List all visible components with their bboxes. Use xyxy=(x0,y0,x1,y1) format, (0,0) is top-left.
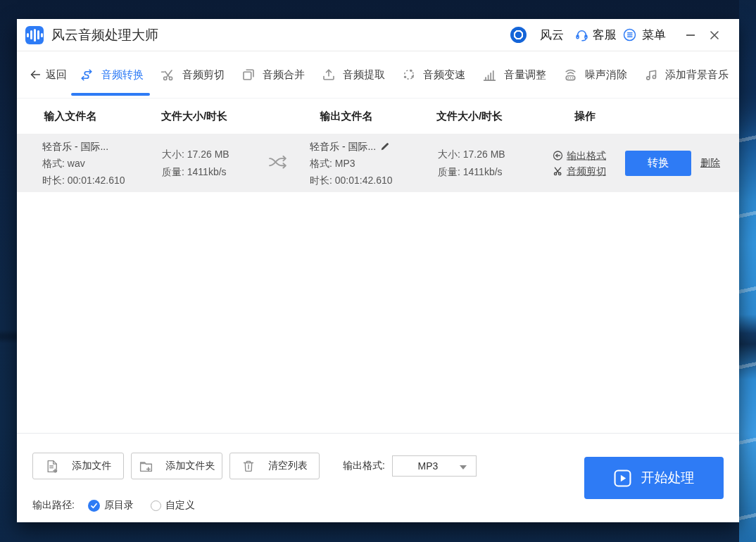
menu-button[interactable]: 菜单 xyxy=(622,27,666,43)
wallpaper-light-beams xyxy=(739,0,756,542)
play-icon xyxy=(614,469,631,487)
output-file-duration: 时长: 00:01:42.610 xyxy=(310,172,393,189)
tab-noise-removal[interactable]: 噪声消除 xyxy=(563,51,627,98)
output-format-icon xyxy=(553,150,563,160)
close-button[interactable] xyxy=(707,27,722,43)
edit-pencil-icon[interactable] xyxy=(380,141,390,151)
output-file-name: 轻音乐 - 国际... xyxy=(310,138,376,155)
list-header: 输入文件名 文件大小/时长 输出文件名 文件大小/时长 操作 xyxy=(17,99,739,134)
output-format-label: 输出格式: xyxy=(343,460,385,472)
menu-label: 菜单 xyxy=(642,27,666,43)
convert-icon xyxy=(79,68,94,82)
dropdown-arrow-icon xyxy=(460,465,467,469)
audio-cut-link[interactable]: 音频剪切 xyxy=(553,165,606,176)
scissors-icon xyxy=(160,68,175,82)
brand-logo-icon xyxy=(510,27,527,43)
input-file-duration: 时长: 00:01:42.610 xyxy=(42,172,125,189)
tab-audio-extract[interactable]: 音频提取 xyxy=(322,51,385,98)
input-file-size: 大小: 17.26 MB xyxy=(162,146,229,163)
support-button[interactable]: 客服 xyxy=(574,27,617,43)
radio-original-dir[interactable] xyxy=(88,500,100,512)
headset-icon xyxy=(574,27,589,42)
input-file-cell: 轻音乐 - 国际... 格式: wav 时长: 00:01:42.610 xyxy=(42,138,125,189)
volume-bars-icon xyxy=(482,68,497,82)
header-output-size: 文件大小/时长 xyxy=(436,110,503,123)
shuffle-icon xyxy=(268,154,289,172)
output-file-bitrate: 质量: 1411kb/s xyxy=(438,163,505,181)
extract-icon xyxy=(322,68,336,82)
radio-original-dir-label: 原目录 xyxy=(104,499,134,512)
tab-audio-speed[interactable]: 音频变速 xyxy=(402,51,465,98)
tab-audio-cut[interactable]: 音频剪切 xyxy=(160,51,225,98)
add-file-button[interactable]: 添加文件 xyxy=(32,453,124,479)
file-row: 轻音乐 - 国际... 格式: wav 时长: 00:01:42.610 大小:… xyxy=(17,134,739,192)
tab-add-bgm[interactable]: 添加背景音乐 xyxy=(644,51,729,98)
output-path-label: 输出路径: xyxy=(32,499,75,512)
tab-audio-merge[interactable]: 音频合并 xyxy=(241,51,305,98)
merge-icon xyxy=(241,68,256,82)
input-file-bitrate: 质量: 1411kb/s xyxy=(162,163,229,181)
brand-label: 风云 xyxy=(540,27,564,43)
delete-link[interactable]: 删除 xyxy=(700,157,720,170)
input-file-name: 轻音乐 - 国际... xyxy=(42,138,125,155)
output-file-format: 格式: MP3 xyxy=(310,155,393,172)
clear-list-button[interactable]: 清空列表 xyxy=(229,453,320,479)
support-label: 客服 xyxy=(593,27,617,43)
header-output-name: 输出文件名 xyxy=(320,110,373,123)
start-processing-button[interactable]: 开始处理 xyxy=(584,457,724,499)
app-logo-icon xyxy=(25,26,44,44)
radio-custom-dir[interactable] xyxy=(151,500,161,511)
menu-icon xyxy=(622,27,637,42)
input-size-cell: 大小: 17.26 MB 质量: 1411kb/s xyxy=(162,146,229,181)
brand-link[interactable]: 风云 xyxy=(510,27,564,43)
close-icon xyxy=(710,30,719,40)
output-format-select[interactable]: MP3 xyxy=(392,455,477,477)
back-button[interactable]: 返回 xyxy=(29,68,67,82)
app-title: 风云音频处理大师 xyxy=(51,26,158,44)
check-icon xyxy=(90,502,98,510)
input-file-format: 格式: wav xyxy=(42,155,125,172)
radio-custom-dir-label: 自定义 xyxy=(165,499,195,512)
trash-icon xyxy=(241,459,256,473)
app-window: 风云音频处理大师 风云 客服 xyxy=(17,19,739,522)
tab-volume-adjust[interactable]: 音量调整 xyxy=(482,51,546,98)
tab-audio-convert[interactable]: 音频转换 xyxy=(79,51,144,98)
file-list-empty-area xyxy=(17,192,739,433)
scissors-small-icon xyxy=(553,165,563,176)
noise-icon xyxy=(563,68,578,82)
output-format-link[interactable]: 输出格式 xyxy=(553,150,606,160)
output-size-cell: 大小: 17.26 MB 质量: 1411kb/s xyxy=(438,146,505,181)
music-note-icon xyxy=(644,68,658,82)
add-folder-button[interactable]: 添加文件夹 xyxy=(131,453,222,479)
footer-panel: 添加文件 添加文件夹 xyxy=(17,433,739,522)
add-file-icon xyxy=(45,459,60,474)
header-input-size: 文件大小/时长 xyxy=(161,110,227,123)
output-file-cell: 轻音乐 - 国际... 格式: MP3 时长: 00:01:42.610 xyxy=(310,138,393,189)
output-file-size: 大小: 17.26 MB xyxy=(438,146,505,163)
desktop-background: 风云音频处理大师 风云 客服 xyxy=(0,0,756,542)
speed-icon xyxy=(402,68,416,82)
header-actions: 操作 xyxy=(574,110,596,123)
output-format-value: MP3 xyxy=(393,460,463,472)
row-actions-cell: 输出格式 音频剪切 xyxy=(553,145,606,181)
back-arrow-icon xyxy=(29,68,42,81)
convert-button[interactable]: 转换 xyxy=(625,151,691,176)
header-input-name: 输入文件名 xyxy=(44,110,97,123)
title-bar: 风云音频处理大师 风云 客服 xyxy=(17,19,739,51)
add-folder-icon xyxy=(139,459,153,474)
minimize-button[interactable] xyxy=(683,27,698,43)
tab-bar: 返回 音频转换 音 xyxy=(17,51,739,99)
